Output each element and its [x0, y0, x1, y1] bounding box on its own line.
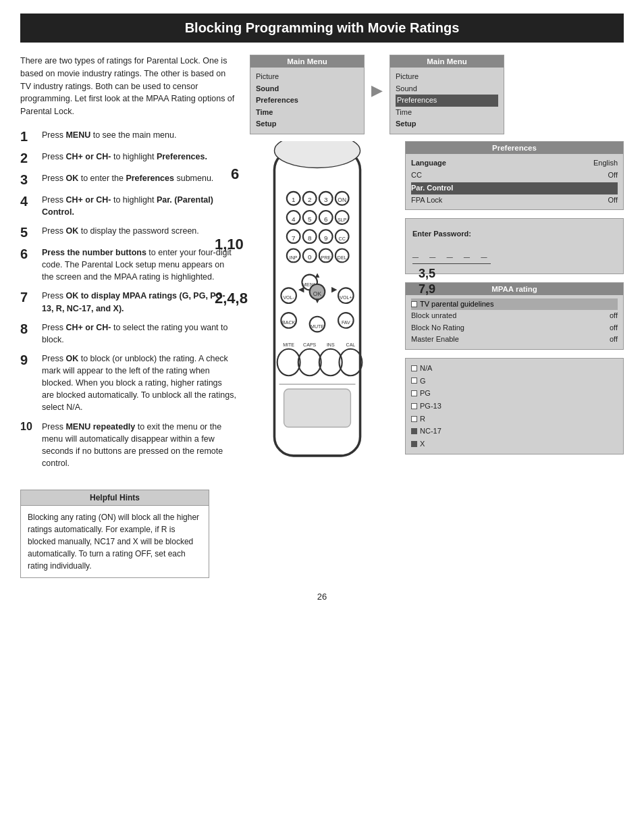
step-text-6: Press the number buttons to enter your f… [42, 246, 236, 283]
main-menu-title-1: Main Menu [250, 55, 364, 68]
step-label-248: 2,4,8 [215, 290, 248, 307]
menu2-preferences: Preferences [396, 95, 498, 107]
step-6: 6 Press the number buttons to enter your… [20, 246, 236, 283]
svg-point-56 [277, 349, 300, 376]
svg-text:5: 5 [308, 215, 312, 223]
ratings-list-body: N/A G PG PG-13 [406, 359, 623, 454]
rating-na-label: N/A [420, 362, 432, 375]
svg-text:7: 7 [292, 234, 296, 242]
main-menu-screen-1: Main Menu Picture Sound Preferences Time… [250, 55, 365, 134]
pref-cc-label: CC [411, 170, 422, 182]
rating-pg-checkbox [411, 390, 417, 396]
pref-parcontrol-row: Par. Control [411, 182, 618, 194]
menu2-sound: Sound [396, 83, 498, 95]
preferences-screen-body: Language English CC Off Par. Control FPA… [406, 154, 623, 209]
rating-pg13: PG-13 [411, 400, 618, 413]
menu-arrow-1: ▶ [371, 82, 383, 99]
step-9: 9 Press OK to block (or unblock) the rat… [20, 353, 236, 414]
step-text-3: Press OK to enter the Preferences submen… [42, 172, 213, 187]
svg-text:MUTE: MUTE [311, 324, 324, 329]
rating-na: N/A [411, 362, 618, 375]
step-1: 1 Press MENU to see the main menu. [20, 129, 236, 144]
svg-text:8: 8 [308, 234, 312, 242]
svg-text:VOL-: VOL- [283, 295, 294, 300]
step-5: 5 Press OK to display the password scree… [20, 225, 236, 240]
svg-text:OK: OK [313, 290, 322, 297]
svg-text:◀: ◀ [298, 285, 304, 293]
rating-x-checkbox [411, 441, 417, 447]
step-label-6: 6 [231, 165, 239, 183]
password-screen: Enter Password: _ _ _ _ _ [405, 218, 624, 273]
step-text-8: Press CH+ or CH- to select the rating yo… [42, 321, 236, 346]
rating-nc17: NC-17 [411, 425, 618, 438]
mpaa-screen-body: TV parental guidelines Block unrated off… [406, 295, 623, 349]
svg-text:3: 3 [324, 196, 328, 203]
block-unrated-row: Block unrated off [411, 310, 618, 322]
block-norating-label: Block No Rating [411, 322, 464, 334]
menu2-picture: Picture [396, 71, 498, 83]
block-norating-row: Block No Rating off [411, 322, 618, 334]
helpful-hints-box: Helpful Hints Blocking any rating (ON) w… [20, 490, 209, 578]
rating-nc17-checkbox [411, 428, 417, 434]
svg-text:SLP: SLP [338, 217, 347, 222]
preferences-screen-title: Preferences [406, 142, 623, 154]
pref-fpalock-row: FPA Lock Off [411, 194, 618, 207]
step-num-9: 9 [20, 353, 36, 414]
menu-item-picture: Picture [256, 71, 358, 83]
mpaa-rating-screen: MPAA rating TV parental guidelines Block… [405, 282, 624, 350]
mpaa-screen-title: MPAA rating [406, 283, 623, 295]
steps-list: 1 Press MENU to see the main menu. 2 Pre… [20, 129, 236, 469]
svg-text:1: 1 [292, 196, 296, 203]
svg-text:0: 0 [308, 253, 312, 261]
rating-x: X [411, 438, 618, 450]
rating-pg13-checkbox [411, 403, 417, 409]
step-num-2: 2 [20, 151, 36, 165]
step-text-5: Press OK to display the password screen. [42, 225, 199, 240]
screens-column: Preferences Language English CC Off Par.… [405, 141, 624, 454]
step-text-4: Press CH+ or CH- to highlight Par. (Pare… [42, 194, 236, 218]
rating-r: R [411, 413, 618, 425]
pref-language-row: Language English [411, 157, 618, 170]
rating-x-label: X [420, 438, 425, 450]
step-num-3: 3 [20, 172, 36, 187]
svg-text:6: 6 [324, 215, 328, 223]
step-8: 8 Press CH+ or CH- to select the rating … [20, 321, 236, 346]
step-label-3579: 3,57,9 [419, 266, 435, 298]
mpaa-checkbox-row: TV parental guidelines [411, 298, 618, 311]
step-3: 3 Press OK to enter the Preferences subm… [20, 172, 236, 187]
pref-cc-row: CC Off [411, 170, 618, 182]
pref-cc-value: Off [608, 170, 618, 182]
svg-point-57 [298, 349, 321, 376]
rating-r-label: R [420, 413, 425, 425]
svg-text:9: 9 [324, 234, 328, 242]
remote-svg: 1 2 3 ON 4 5 6 SLP [250, 141, 385, 465]
svg-text:2: 2 [308, 196, 312, 203]
master-enable-label: Master Enable [411, 334, 459, 346]
rating-nc17-label: NC-17 [420, 425, 441, 438]
step-num-4: 4 [20, 194, 36, 218]
master-enable-row: Master Enable off [411, 334, 618, 346]
step-7: 7 Press OK to display MPAA ratings (G, P… [20, 290, 236, 314]
pref-fpalock-label: FPA Lock [411, 194, 442, 207]
pref-language-label: Language [411, 157, 446, 170]
menu-item-time: Time [256, 107, 358, 119]
svg-text:BACK: BACK [282, 320, 295, 325]
rating-g-checkbox [411, 377, 417, 384]
svg-text:INP: INP [290, 255, 298, 260]
svg-text:4: 4 [292, 215, 296, 223]
svg-text:VOL+: VOL+ [340, 295, 352, 300]
svg-text:▲: ▲ [313, 271, 321, 279]
step-10: 10 Press MENU repeatedly to exit the men… [20, 421, 236, 470]
svg-text:ON: ON [338, 197, 346, 203]
password-label: Enter Password: [412, 228, 616, 240]
svg-text:DEL: DEL [338, 255, 347, 260]
svg-rect-61 [284, 389, 351, 427]
menu-item-setup: Setup [256, 118, 358, 130]
mpaa-checkbox [411, 301, 417, 307]
right-column: Main Menu Picture Sound Preferences Time… [250, 55, 624, 578]
step-num-7: 7 [20, 290, 36, 314]
main-menu-title-2: Main Menu [390, 55, 504, 68]
menu-item-sound: Sound [256, 83, 358, 95]
step-num-6: 6 [20, 246, 36, 283]
step-num-10: 10 [20, 421, 36, 470]
